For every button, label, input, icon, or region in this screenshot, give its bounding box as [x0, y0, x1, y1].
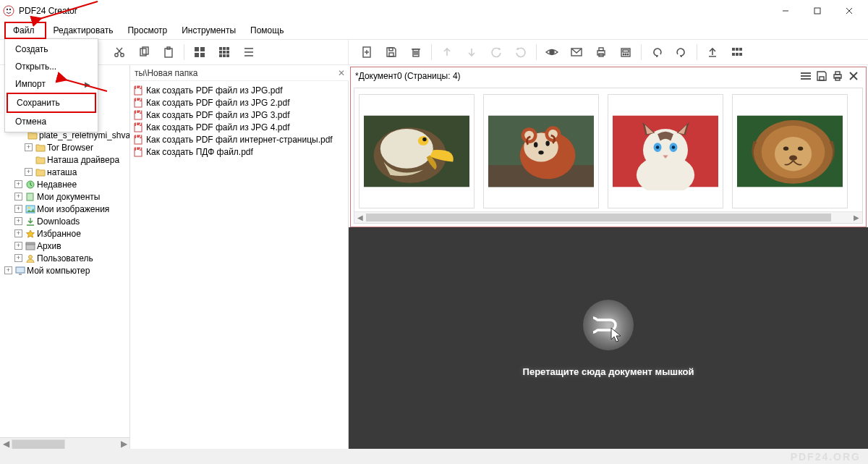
pdf-file-icon: PDF — [133, 110, 143, 120]
tree-item-label: Недавнее — [37, 180, 77, 190]
drop-area[interactable]: Перетащите сюда документ мышкой — [349, 227, 868, 449]
paste-button[interactable] — [156, 40, 181, 64]
doc-print-button[interactable] — [830, 68, 846, 84]
menu-help[interactable]: Помощь — [243, 22, 291, 39]
tree-item[interactable]: +Downloads — [1, 215, 129, 227]
svg-rect-65 — [26, 242, 35, 245]
window-close-button[interactable] — [833, 0, 865, 22]
window-maximize-button[interactable] — [801, 0, 833, 22]
save-button[interactable] — [379, 40, 404, 64]
toolbar-separator — [184, 44, 184, 60]
move-down-button[interactable] — [459, 40, 484, 64]
scroll-right-button[interactable]: ▶ — [851, 212, 862, 223]
move-up-button[interactable] — [435, 40, 459, 64]
scroll-left-button[interactable]: ◀ — [354, 212, 366, 223]
scroll-thumb[interactable] — [366, 214, 831, 222]
email-button[interactable] — [564, 40, 589, 64]
app-window: PDF24 Creator Файл Редактировать Просмот… — [0, 0, 868, 449]
tree-item[interactable]: Наташа драйвера — [1, 153, 129, 166]
page-thumbnails — [354, 88, 862, 211]
tree-item[interactable]: +Избранное — [1, 227, 129, 240]
thumbnails-scrollbar[interactable]: ◀ ▶ — [354, 211, 862, 223]
svg-rect-57 — [736, 53, 739, 56]
tree-item-label: наташа — [47, 167, 77, 177]
tree-item[interactable]: +Архив — [1, 240, 129, 252]
path-close-button[interactable]: ✕ — [336, 68, 347, 78]
scroll-left-button[interactable]: ◀ — [0, 438, 12, 449]
page-thumbnail-3[interactable] — [608, 94, 723, 208]
menu-item-import[interactable]: Импорт▶ — [7, 75, 96, 93]
file-name: Как создать PDF файл из JPG.pdf — [146, 85, 282, 96]
print-button[interactable] — [589, 40, 613, 64]
page-thumbnail-2[interactable] — [483, 94, 599, 208]
file-row[interactable]: PDFКак создать PDF файл из JPG 2.pdf — [133, 96, 345, 109]
svg-point-123 — [783, 147, 788, 151]
grid-view-button[interactable] — [725, 40, 749, 64]
doc-menu-button[interactable] — [798, 68, 814, 84]
tree-horizontal-scrollbar[interactable]: ◀ ▶ — [0, 437, 129, 449]
document-header: *Документ0 (Страницы: 4) — [351, 67, 866, 85]
path-text: ты\Новая папка — [132, 68, 336, 78]
menu-edit[interactable]: Редактировать — [46, 22, 121, 39]
cut-button[interactable] — [107, 40, 132, 64]
rotate-cw-button[interactable] — [509, 40, 533, 64]
rotate-ccw-button[interactable] — [484, 40, 509, 64]
app-icon — [3, 5, 14, 17]
tree-item[interactable]: +Недавнее — [1, 178, 129, 190]
view-list-button[interactable] — [237, 40, 261, 64]
tree-item[interactable]: +Мои изображения — [1, 203, 129, 215]
recent-icon — [25, 180, 35, 189]
titlebar: PDF24 Creator — [0, 0, 868, 22]
svg-point-118 — [672, 145, 676, 149]
file-row[interactable]: PDFКак создать PDF файл из JPG 4.pdf — [133, 121, 345, 133]
menu-view[interactable]: Просмотр — [120, 22, 174, 39]
preview-button[interactable] — [540, 40, 564, 64]
copy-button[interactable] — [132, 40, 156, 64]
menubar: Файл Редактировать Просмотр Инструменты … — [0, 22, 868, 39]
svg-point-52 — [627, 54, 629, 55]
svg-point-98 — [380, 129, 433, 169]
svg-line-12 — [116, 48, 122, 54]
file-list[interactable]: PDFКак создать PDF файл из JPG.pdfPDFКак… — [130, 81, 348, 161]
svg-text:PDF: PDF — [133, 110, 143, 116]
doc-save-button[interactable] — [814, 68, 830, 84]
file-row[interactable]: PDFКак создать PDF файл из JPG 3.pdf — [133, 109, 345, 121]
window-minimize-button[interactable] — [770, 0, 801, 22]
upload-button[interactable] — [700, 40, 725, 64]
fax-button[interactable] — [613, 40, 638, 64]
new-page-button[interactable] — [354, 40, 379, 64]
svg-point-111 — [538, 151, 543, 154]
page-thumbnail-1[interactable] — [359, 94, 475, 208]
star-icon — [25, 229, 35, 238]
scroll-right-button[interactable]: ▶ — [118, 438, 129, 449]
file-row[interactable]: PDFКак создать PDF файл из JPG.pdf — [133, 84, 345, 96]
undo-button[interactable] — [644, 40, 669, 64]
redo-button[interactable] — [669, 40, 694, 64]
file-row[interactable]: PDFКак создать ПДФ файл.pdf — [133, 145, 345, 158]
tree-item[interactable]: +Tor Browser — [1, 141, 129, 153]
svg-point-125 — [789, 155, 797, 160]
svg-point-0 — [4, 6, 14, 16]
tree-item[interactable]: +Мои документы — [1, 190, 129, 203]
menu-tools[interactable]: Инструменты — [174, 22, 243, 39]
svg-point-66 — [29, 255, 33, 258]
menu-item-create[interactable]: Создать — [7, 41, 96, 58]
tree-item[interactable]: +наташа — [1, 166, 129, 178]
page-thumbnail-4[interactable] — [732, 94, 848, 208]
delete-button[interactable] — [404, 40, 428, 64]
menu-item-save[interactable]: Сохранить — [7, 93, 96, 113]
tree-item[interactable]: +Мой компьютер — [1, 264, 129, 277]
computer-icon — [15, 266, 25, 275]
view-large-grid-button[interactable] — [187, 40, 212, 64]
file-row[interactable]: PDFКак создать PDF файл интернет-страниц… — [133, 133, 345, 145]
document-pane: *Документ0 (Страницы: 4) — [349, 65, 868, 449]
doc-close-button[interactable] — [846, 68, 861, 84]
menu-file[interactable]: Файл — [4, 22, 46, 39]
scroll-thumb[interactable] — [12, 439, 65, 449]
svg-point-109 — [534, 142, 537, 147]
tree-item[interactable]: +Пользователь — [1, 252, 129, 264]
menu-item-cancel[interactable]: Отмена — [7, 113, 96, 130]
svg-rect-93 — [835, 77, 840, 80]
view-small-grid-button[interactable] — [212, 40, 237, 64]
menu-item-open[interactable]: Открыть... — [7, 58, 96, 75]
